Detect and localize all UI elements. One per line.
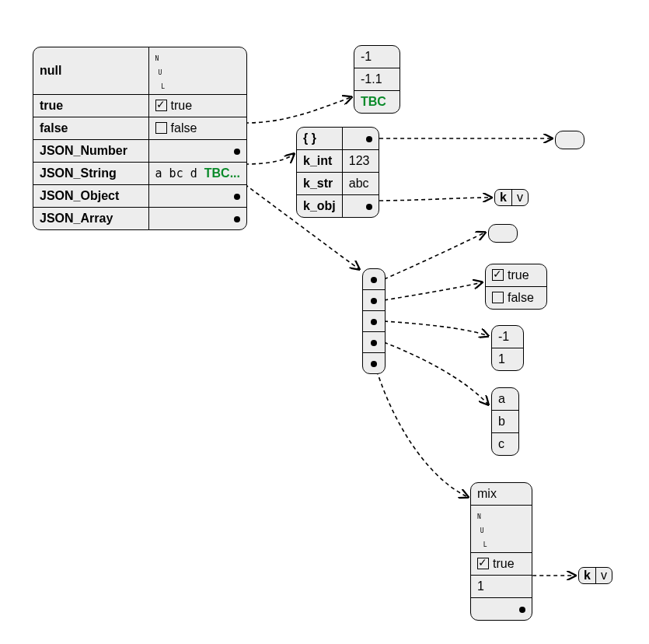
val-string-tbc: TBC... xyxy=(204,166,240,180)
checkbox-checked-icon xyxy=(492,269,504,281)
obj-head: { } xyxy=(303,131,316,145)
key-true: true xyxy=(40,99,63,112)
val-false: false xyxy=(171,121,197,135)
bool-array-box: true false xyxy=(485,264,547,310)
num-array-box: -1 1 xyxy=(491,325,524,371)
port-dot-icon[interactable] xyxy=(371,340,377,346)
obj-k-str: k_str xyxy=(303,177,333,190)
root-json-table: null N U L true true false false JSON_Nu… xyxy=(33,47,247,230)
obj-v-str: abc xyxy=(349,177,369,190)
key-false: false xyxy=(40,121,68,135)
val-string-raw: a bc d xyxy=(155,166,204,180)
num-tbc: TBC xyxy=(361,95,386,108)
num2-b: 1 xyxy=(498,352,505,366)
port-dot-icon[interactable] xyxy=(371,319,377,325)
mix-box: mix N U L true 1 xyxy=(470,482,532,621)
key-json-string: JSON_String xyxy=(40,166,117,180)
key-null: null xyxy=(40,64,61,77)
port-dot-icon[interactable] xyxy=(371,361,377,367)
port-dot-icon[interactable] xyxy=(371,277,377,283)
checkbox-checked-icon xyxy=(155,100,167,111)
kv1-v: v xyxy=(511,190,528,205)
null-glyph: N U L xyxy=(477,513,486,548)
bool-false: false xyxy=(508,291,534,304)
key-json-number: JSON_Number xyxy=(40,144,127,157)
num-neg1: -1 xyxy=(361,50,372,63)
port-dot-icon[interactable] xyxy=(234,149,240,155)
mix-num: 1 xyxy=(477,579,484,593)
str-c: c xyxy=(498,437,504,450)
mix-true: true xyxy=(493,557,515,570)
str-b: b xyxy=(498,415,505,428)
null-glyph: N U L xyxy=(155,55,164,90)
key-json-array: JSON_Array xyxy=(40,212,113,225)
val-true: true xyxy=(171,99,193,112)
empty-obj-pill xyxy=(555,131,584,149)
num-neg1p1: -1.1 xyxy=(361,72,382,86)
checkbox-unchecked-icon xyxy=(492,292,504,303)
object-expansion: { } k_int 123 k_str abc k_obj xyxy=(296,127,379,218)
obj-v-int: 123 xyxy=(349,154,370,167)
num2-a: -1 xyxy=(498,330,509,343)
bool-true: true xyxy=(508,268,529,282)
port-dot-icon[interactable] xyxy=(234,194,240,200)
str-a: a xyxy=(498,392,505,405)
str-array-box: a b c xyxy=(491,387,519,456)
key-json-object: JSON_Object xyxy=(40,189,119,202)
kv2-v: v xyxy=(595,568,612,583)
obj-k-int: k_int xyxy=(303,154,332,167)
checkbox-checked-icon xyxy=(477,558,489,569)
port-dot-icon[interactable] xyxy=(371,298,377,304)
kv-mini-1: kv xyxy=(494,189,529,206)
number-expansion: -1 -1.1 TBC xyxy=(354,45,400,114)
checkbox-unchecked-icon xyxy=(155,122,167,134)
port-dot-icon[interactable] xyxy=(234,216,240,222)
kv2-k: k xyxy=(579,568,595,583)
port-dot-icon[interactable] xyxy=(519,607,525,613)
mix-title: mix xyxy=(477,487,497,500)
port-dot-icon[interactable] xyxy=(366,136,372,142)
kv1-k: k xyxy=(495,190,511,205)
empty-array-pill xyxy=(488,224,518,243)
kv-mini-2: kv xyxy=(578,567,612,584)
port-dot-icon[interactable] xyxy=(366,204,372,210)
array-stack xyxy=(362,268,386,374)
obj-k-obj: k_obj xyxy=(303,199,336,212)
